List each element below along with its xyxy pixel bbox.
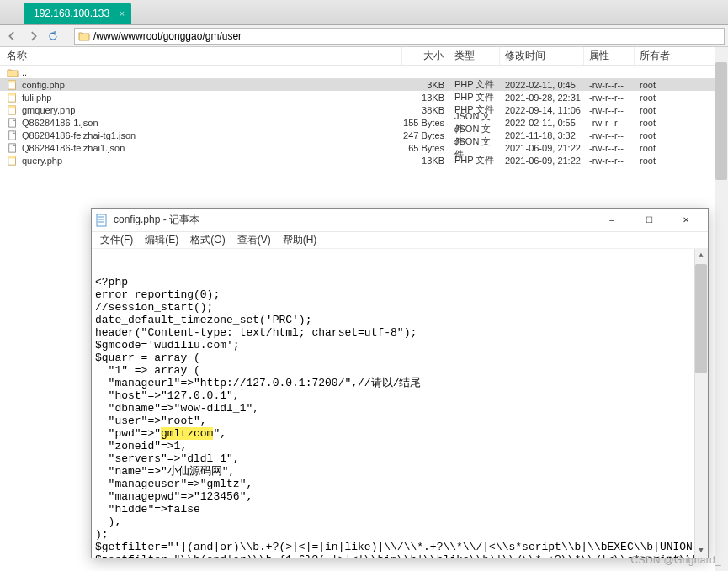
file-name: fuli.php xyxy=(22,93,51,103)
menu-edit[interactable]: 编辑(E) xyxy=(140,231,183,249)
editor-scrollbar-thumb[interactable] xyxy=(695,264,707,373)
col-header-size[interactable]: 大小 xyxy=(402,47,449,65)
file-row[interactable]: Q86284186-1.json155 BytesJSON 文件2022-02-… xyxy=(0,116,728,129)
editor-line: "managepwd"=>"123456", xyxy=(95,490,704,503)
editor-line: <?php xyxy=(95,276,704,288)
menu-file[interactable]: 文件(F) xyxy=(95,231,138,249)
col-header-modified[interactable]: 修改时间 xyxy=(500,47,584,65)
editor-line: "name"=>"小仙源码网", xyxy=(95,465,704,478)
file-row[interactable]: gmquery.php38KBPHP 文件2022-09-14, 11:06-r… xyxy=(0,103,728,116)
file-size: 3KB xyxy=(402,80,449,90)
file-type: PHP 文件 xyxy=(449,78,500,91)
highlighted-text: gmltzcom xyxy=(161,427,213,440)
editor-line: "hidde"=>false xyxy=(95,503,704,515)
notepad-editor[interactable]: <?phperror_reporting(0);//session_start(… xyxy=(92,249,708,558)
menu-view[interactable]: 查看(V) xyxy=(232,231,276,249)
file-row[interactable]: config.php3KBPHP 文件2022-02-11, 0:45-rw-r… xyxy=(0,78,728,91)
forward-button[interactable] xyxy=(24,28,42,45)
col-header-attr[interactable]: 属性 xyxy=(584,47,635,65)
editor-line: "manageuser"=>"gmltz", xyxy=(95,478,704,490)
file-size: 13KB xyxy=(402,156,449,166)
col-header-name[interactable]: 名称 xyxy=(0,47,402,65)
parent-dir-label: .. xyxy=(22,67,27,77)
editor-line: error_reporting(0); xyxy=(95,288,704,301)
file-attr: -rw-r--r-- xyxy=(584,143,635,153)
file-size: 38KB xyxy=(402,105,449,115)
tab-bar: 192.168.100.133 × xyxy=(0,0,728,25)
file-size: 155 Bytes xyxy=(402,118,449,128)
menu-help[interactable]: 帮助(H) xyxy=(278,231,322,249)
svg-rect-6 xyxy=(9,118,16,126)
editor-line: "manageurl"=>"http://127.0.0.1:7200/",//… xyxy=(95,377,704,389)
editor-line: "user"=>"root", xyxy=(95,415,704,427)
path-text: /www/wwwroot/gonggao/gm/user xyxy=(93,30,242,42)
folder-icon xyxy=(78,30,90,42)
file-modified: 2021-11-18, 3:32 xyxy=(500,130,584,140)
svg-rect-8 xyxy=(9,143,16,151)
file-modified: 2021-06-09, 21:22 xyxy=(500,143,584,153)
maximize-button[interactable]: ☐ xyxy=(630,209,667,232)
tab-label: 192.168.100.133 xyxy=(34,8,109,19)
file-row[interactable]: fuli.php13KBPHP 文件2021-09-28, 22:31-rw-r… xyxy=(0,91,728,103)
watermark: CSDN @Grignard_ xyxy=(631,554,721,566)
editor-line: "pwd"=>"gmltzcom", xyxy=(95,427,704,440)
file-attr: -rw-r--r-- xyxy=(584,118,635,128)
file-size: 247 Bytes xyxy=(402,130,449,140)
file-list: 名称 大小 类型 修改时间 属性 所有者 .. config.php3KBPHP… xyxy=(0,47,728,167)
close-icon[interactable]: × xyxy=(120,8,125,19)
file-type: PHP 文件 xyxy=(449,154,500,167)
file-modified: 2021-06-09, 21:22 xyxy=(500,156,584,166)
editor-scrollbar[interactable]: ▲ ▼ xyxy=(694,249,708,558)
file-type: PHP 文件 xyxy=(449,91,500,103)
file-attr: -rw-r--r-- xyxy=(584,93,635,103)
minimize-button[interactable]: – xyxy=(593,209,630,232)
editor-line: date_default_timezone_set('PRC'); xyxy=(95,314,704,326)
file-name: Q86284186-feizhai1.json xyxy=(22,143,125,153)
scroll-up-icon[interactable]: ▲ xyxy=(694,249,708,262)
editor-line: "dbname"=>"wow-dldl_1", xyxy=(95,402,704,415)
svg-rect-3 xyxy=(8,93,16,95)
refresh-button[interactable] xyxy=(44,28,62,45)
file-attr: -rw-r--r-- xyxy=(584,130,635,140)
folder-up-icon xyxy=(7,67,19,77)
file-modified: 2021-09-28, 22:31 xyxy=(500,93,584,103)
file-list-header: 名称 大小 类型 修改时间 属性 所有者 xyxy=(0,47,728,66)
file-modified: 2022-02-11, 0:55 xyxy=(500,118,584,128)
tab-active[interactable]: 192.168.100.133 × xyxy=(24,3,131,24)
menu-format[interactable]: 格式(O) xyxy=(185,231,230,249)
file-name: query.php xyxy=(22,156,62,166)
path-input[interactable]: /www/wwwroot/gonggao/gm/user xyxy=(74,28,725,45)
file-modified: 2022-02-11, 0:45 xyxy=(500,80,584,90)
editor-line: ); xyxy=(95,528,704,541)
col-header-type[interactable]: 类型 xyxy=(449,47,500,65)
svg-rect-5 xyxy=(8,105,16,108)
file-size: 13KB xyxy=(402,93,449,103)
editor-line: header("Content-type: text/html; charset… xyxy=(95,326,704,339)
file-row[interactable]: query.php13KBPHP 文件2021-06-09, 21:22-rw-… xyxy=(0,154,728,167)
file-row[interactable]: Q86284186-feizhai-tg1.json247 BytesJSON … xyxy=(0,129,728,141)
file-attr: -rw-r--r-- xyxy=(584,156,635,166)
editor-line: "servers"=>"dldl_1", xyxy=(95,452,704,465)
file-modified: 2022-09-14, 11:06 xyxy=(500,105,584,115)
main-scrollbar-thumb[interactable] xyxy=(715,62,727,180)
svg-rect-10 xyxy=(8,156,16,158)
svg-rect-1 xyxy=(8,80,16,82)
close-button[interactable]: ✕ xyxy=(667,209,704,232)
main-scrollbar[interactable] xyxy=(715,47,728,571)
parent-dir-row[interactable]: .. xyxy=(0,66,728,78)
editor-line: $quarr = array ( xyxy=(95,352,704,364)
file-row[interactable]: Q86284186-feizhai1.json65 BytesJSON 文件20… xyxy=(0,141,728,154)
editor-line: "1" => array ( xyxy=(95,364,704,377)
file-name: gmquery.php xyxy=(22,105,75,115)
back-button[interactable] xyxy=(3,28,22,45)
notepad-title: config.php - 记事本 xyxy=(114,213,593,227)
file-name: config.php xyxy=(22,80,65,90)
editor-line: $getfilter="'|(and|or)\\b.+?(>|<|=|in|li… xyxy=(95,541,704,553)
editor-line: //session_start(); xyxy=(95,301,704,314)
notepad-menubar: 文件(F) 编辑(E) 格式(O) 查看(V) 帮助(H) xyxy=(92,232,708,249)
notepad-icon xyxy=(95,214,109,227)
editor-line: $gmcode='wudiliu.com'; xyxy=(95,339,704,352)
file-name: Q86284186-feizhai-tg1.json xyxy=(22,130,136,140)
notepad-titlebar[interactable]: config.php - 记事本 – ☐ ✕ xyxy=(92,209,708,232)
file-attr: -rw-r--r-- xyxy=(584,80,635,90)
